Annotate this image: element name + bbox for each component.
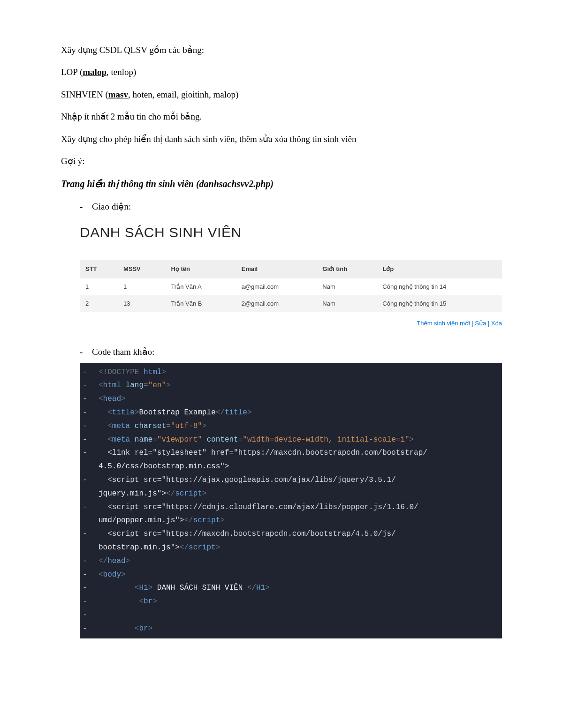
table-action-links: Thêm sinh viên mới | Sửa | Xóa [80, 319, 502, 328]
cell-stt: 2 [80, 295, 118, 312]
text-lop-prefix: LOP ( [61, 67, 83, 77]
cell-hoten: Trần Văn B [165, 295, 236, 312]
code-src: <br> [99, 595, 502, 608]
gutter-dash: - [83, 555, 99, 568]
code-src: <body> [99, 568, 502, 582]
link-sep: | [486, 320, 491, 327]
cell-email: a@gmail.com [236, 278, 317, 295]
cell-mssv: 1 [118, 278, 165, 295]
text-lop-suffix: , tenlop) [107, 67, 136, 77]
cell-mssv: 13 [118, 295, 165, 312]
table-header-row: STT MSSV Họ tên Email Giới tính Lớp [80, 260, 502, 278]
th-lop: Lớp [377, 260, 502, 278]
cell-gioitinh: Nam [317, 278, 377, 295]
code-line: -<!DOCTYPE html> [80, 366, 502, 379]
code-line: - <H1> DANH SÁCH SINH VIÊN </H1> [80, 581, 502, 595]
code-line: -bootstrap.min.js"></script> [80, 541, 502, 555]
code-line: - <br> [80, 622, 502, 636]
code-src: <!DOCTYPE html> [99, 366, 502, 379]
code-line: -</head> [80, 555, 502, 568]
code-src: </head> [99, 555, 502, 568]
code-src: <head> [99, 392, 502, 406]
code-line: - <meta name="viewport" content="width=d… [80, 433, 502, 447]
cell-email: 2@gmail.com [236, 295, 317, 312]
th-email: Email [236, 260, 317, 278]
gutter-dash: - [83, 581, 99, 595]
code-src: <meta charset="utf-8"> [99, 420, 502, 433]
link-edit[interactable]: Sửa [475, 320, 486, 327]
th-stt: STT [80, 260, 118, 278]
code-src: <title>Bootstrap Example</title> [99, 406, 502, 420]
cell-gioitinh: Nam [317, 295, 377, 312]
gutter-dash: - [83, 379, 99, 392]
bullet-text: Giao diện: [92, 200, 502, 213]
code-block: -<!DOCTYPE html>-<html lang="en">-<head>… [80, 363, 502, 638]
paragraph-mautin: Nhập ít nhất 2 mẫu tin cho mỗi bảng. [61, 110, 502, 123]
bullet-text: Code tham khảo: [92, 345, 502, 359]
gutter-dash: - [83, 473, 99, 487]
bullet-giaodien: - Giao diện: [80, 200, 502, 213]
code-line: -jquery.min.js"></script> [80, 487, 502, 501]
students-table: STT MSSV Họ tên Email Giới tính Lớp 1 1 … [80, 260, 502, 312]
code-src: <link rel="stylesheet" href="https://max… [99, 446, 502, 460]
bullet-code: - Code tham khảo: [80, 345, 502, 359]
code-line: -<head> [80, 392, 502, 406]
text-sv-key: masv [108, 90, 128, 99]
code-src: bootstrap.min.js"></script> [99, 541, 502, 555]
gutter-dash: - [83, 595, 99, 608]
code-src: jquery.min.js"></script> [99, 487, 502, 501]
paragraph-goiy: Gợi ý: [61, 154, 502, 168]
code-line: - [80, 608, 502, 622]
text-sv-suffix: , hoten, email, gioitinh, malop) [128, 90, 238, 99]
cell-stt: 1 [80, 278, 118, 295]
code-line: -<body> [80, 568, 502, 582]
cell-hoten: Trần Văn A [165, 278, 236, 295]
section-heading: Trang hiển thị thông tin sinh viên (danh… [61, 177, 502, 191]
bullet-marker: - [80, 345, 92, 359]
gutter-dash: - [83, 608, 99, 622]
code-line: - <link rel="stylesheet" href="https://m… [80, 446, 502, 460]
link-delete[interactable]: Xóa [491, 320, 502, 327]
code-line: - <meta charset="utf-8"> [80, 420, 502, 433]
code-line: -4.5.0/css/bootstrap.min.css"> [80, 460, 502, 473]
code-line: -<html lang="en"> [80, 379, 502, 392]
gutter-dash: - [83, 433, 99, 447]
link-sep: | [470, 320, 475, 327]
cell-lop: Công nghệ thông tin 15 [377, 295, 502, 312]
code-line: - <script src="https://cdnjs.cloudflare.… [80, 501, 502, 514]
gutter-dash: - [83, 527, 99, 541]
code-src: <script src="https://ajax.googleapis.com… [99, 473, 502, 487]
gutter-dash: - [83, 392, 99, 406]
ui-sample: DANH SÁCH SINH VIÊN STT MSSV Họ tên Emai… [80, 222, 502, 328]
th-hoten: Họ tên [165, 260, 236, 278]
code-line: - <title>Bootstrap Example</title> [80, 406, 502, 420]
gutter-dash: - [83, 501, 99, 514]
code-src: <br> [99, 622, 502, 636]
table-row: 1 1 Trần Văn A a@gmail.com Nam Công nghệ… [80, 278, 502, 295]
gutter-dash: - [83, 420, 99, 433]
paragraph-db-intro: Xây dựng CSDL QLSV gồm các bảng: [61, 43, 502, 57]
paragraph-sinhvien: SINHVIEN (masv, hoten, email, gioitinh, … [61, 88, 502, 101]
code-line: - <script src="https://ajax.googleapis.c… [80, 473, 502, 487]
code-line: - <br> [80, 595, 502, 608]
code-src: <script src="https://maxcdn.bootstrapcdn… [99, 527, 502, 541]
text-lop-key: malop [83, 67, 107, 77]
gutter-dash: - [83, 366, 99, 379]
bullet-marker: - [80, 200, 92, 213]
text-sv-prefix: SINHVIEN ( [61, 90, 108, 99]
gutter-dash: - [83, 446, 99, 460]
table-row: 2 13 Trần Văn B 2@gmail.com Nam Công ngh… [80, 295, 502, 312]
cell-lop: Công nghệ thông tin 14 [377, 278, 502, 295]
link-add-student[interactable]: Thêm sinh viên mới [417, 320, 470, 327]
code-src: <meta name="viewport" content="width=dev… [99, 433, 502, 447]
code-src: <html lang="en"> [99, 379, 502, 392]
ui-title: DANH SÁCH SINH VIÊN [80, 222, 502, 244]
code-src: 4.5.0/css/bootstrap.min.css"> [99, 460, 502, 473]
th-mssv: MSSV [118, 260, 165, 278]
gutter-dash: - [83, 622, 99, 636]
code-src: umd/popper.min.js"></script> [99, 514, 502, 527]
th-gioitinh: Giới tính [317, 260, 377, 278]
gutter-dash: - [83, 568, 99, 582]
code-src: <script src="https://cdnjs.cloudflare.co… [99, 501, 502, 514]
code-src: <H1> DANH SÁCH SINH VIÊN </H1> [99, 581, 502, 595]
